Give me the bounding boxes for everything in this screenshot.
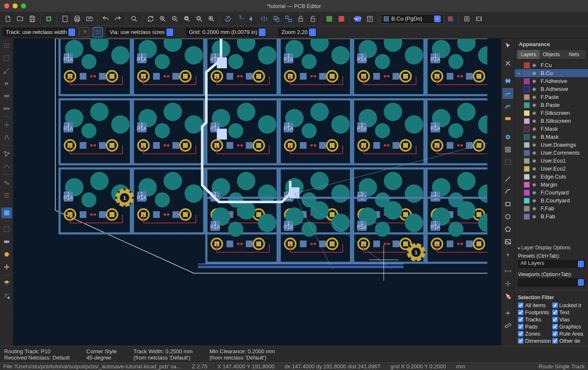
layers-manager-toggle[interactable] <box>1 278 12 289</box>
layer-row-margin[interactable]: ◉ Margin <box>515 181 588 189</box>
inspect-button[interactable] <box>364 13 375 24</box>
image-tool[interactable] <box>502 236 513 247</box>
zoom-selection-button[interactable] <box>194 13 205 24</box>
layer-row-f-cu[interactable]: ◉ F.Cu <box>515 61 588 69</box>
visibility-icon[interactable]: ◉ <box>532 118 538 124</box>
route-diff-tool[interactable] <box>502 101 513 111</box>
visibility-icon[interactable]: ◉ <box>532 214 538 219</box>
circle-tool[interactable] <box>502 211 513 222</box>
grid-select[interactable]: Grid: 0.2000 mm (0.0079 in) <box>186 28 267 37</box>
polar-toggle[interactable] <box>1 65 12 76</box>
filter-zones[interactable]: Zones <box>518 331 551 337</box>
page-settings-button[interactable] <box>60 13 70 24</box>
zoom-object-button[interactable] <box>206 13 217 24</box>
cursor-shape-toggle[interactable] <box>1 132 12 143</box>
schematic-button[interactable] <box>336 13 347 24</box>
zone-tool[interactable] <box>502 144 513 155</box>
close-window[interactable] <box>4 3 9 8</box>
drc-button[interactable]: NET <box>352 13 363 24</box>
grid-origin-tool[interactable] <box>502 308 513 318</box>
tune-length-tool[interactable] <box>502 113 513 124</box>
mirror-h-button[interactable] <box>247 13 258 24</box>
line-tool[interactable] <box>502 173 513 184</box>
unlock-button[interactable] <box>307 13 318 24</box>
active-layer-select[interactable]: B.Cu (PgDn) ▾ <box>381 14 444 24</box>
track-netclass-toggle[interactable] <box>93 27 103 37</box>
filter-checkbox[interactable] <box>552 338 558 344</box>
visibility-icon[interactable]: ◉ <box>532 182 538 187</box>
via-tool[interactable] <box>502 132 513 142</box>
maximize-window[interactable] <box>21 3 26 8</box>
plot-button[interactable] <box>84 13 95 24</box>
layer-row-user-eco1[interactable]: ◉ User.Eco1 <box>515 157 588 165</box>
visibility-icon[interactable]: ◉ <box>532 166 538 171</box>
layer-row-edge-cuts[interactable]: ◉ Edge.Cuts <box>515 173 588 181</box>
zone-display-toggle[interactable] <box>1 190 12 201</box>
rotate-ccw-button[interactable] <box>222 13 233 24</box>
visibility-icon[interactable]: ◉ <box>532 142 538 147</box>
layer-row-f-adhesive[interactable]: ◉ F.Adhesive <box>515 77 588 85</box>
cursor-toggle[interactable] <box>1 119 12 130</box>
filter-dimensions[interactable]: Dimensions <box>518 338 551 344</box>
visibility-icon[interactable]: ◉ <box>532 110 538 116</box>
rect-tool[interactable] <box>502 199 513 210</box>
dimension-tool[interactable] <box>502 266 513 277</box>
filter-text[interactable]: Text <box>552 309 585 316</box>
refresh-button[interactable] <box>145 13 156 24</box>
units-mm-toggle[interactable]: mm <box>1 103 12 114</box>
find-button[interactable] <box>129 13 140 24</box>
layer-color-swatch[interactable] <box>524 118 530 124</box>
visibility-icon[interactable]: ◉ <box>532 102 538 108</box>
presets-select[interactable]: All Layers <box>518 260 585 268</box>
layer-row-b-fab[interactable]: ◉ B.Fab <box>515 212 588 220</box>
layer-row-user-comments[interactable]: ◉ User.Comments <box>515 149 588 157</box>
layer-color-swatch[interactable] <box>524 102 530 108</box>
layer-color-swatch[interactable] <box>524 166 530 172</box>
board-setup-button[interactable] <box>43 13 54 24</box>
visibility-icon[interactable]: ◉ <box>532 158 538 163</box>
layer-color-swatch[interactable] <box>524 206 530 212</box>
ungroup-button[interactable] <box>283 13 294 24</box>
visibility-icon[interactable]: ◉ <box>532 174 538 179</box>
tab-nets[interactable]: Nets <box>563 50 585 59</box>
filter-graphics[interactable]: Graphics <box>552 323 585 330</box>
layer-row-f-fab[interactable]: ◉ F.Fab <box>515 204 588 212</box>
select-tool[interactable] <box>502 40 513 51</box>
high-contrast-toggle[interactable] <box>1 207 12 218</box>
visibility-icon[interactable]: ◉ <box>532 126 538 132</box>
layer-row-user-eco2[interactable]: ◉ User.Eco2 <box>515 165 588 173</box>
layer-color-swatch[interactable] <box>524 142 530 148</box>
track-width-select[interactable]: Track: use netclass width <box>3 28 76 37</box>
layer-row-b-cu[interactable]: ▸ ◉ B.Cu <box>515 69 588 77</box>
filter-checkbox[interactable] <box>518 303 523 308</box>
via-size-select[interactable]: Via: use netclass sizes <box>106 28 174 37</box>
plugin-button[interactable] <box>461 13 472 24</box>
filter-checkbox[interactable] <box>552 303 558 308</box>
layer-color-swatch[interactable] <box>524 78 530 84</box>
layers-list[interactable]: ◉ F.Cu▸ ◉ B.Cu ◉ F.Adhesive ◉ B.Adhesive… <box>515 60 588 243</box>
layer-color-swatch[interactable] <box>524 190 530 196</box>
zoom-fit-button[interactable] <box>182 13 193 24</box>
via-fill-toggle[interactable] <box>1 249 12 260</box>
layer-color-swatch[interactable] <box>524 86 530 92</box>
filter-checkbox[interactable] <box>518 331 523 336</box>
footprint-tool[interactable] <box>502 75 513 86</box>
visibility-icon[interactable]: ◉ <box>532 134 538 140</box>
layer-row-b-paste[interactable]: ◉ B.Paste <box>515 101 588 109</box>
layer-color-swatch[interactable] <box>524 174 530 180</box>
visibility-icon[interactable]: ◉ <box>532 86 538 92</box>
layer-color-swatch[interactable] <box>524 158 530 164</box>
visibility-icon[interactable]: ◉ <box>532 150 538 155</box>
rule-area-tool[interactable] <box>502 157 513 168</box>
track-auto-toggle[interactable] <box>79 27 89 37</box>
outline-mode-toggle[interactable] <box>1 177 12 188</box>
filter-tracks[interactable]: Tracks <box>518 316 551 323</box>
pad-fill-toggle[interactable] <box>1 236 12 247</box>
visibility-icon[interactable]: ◉ <box>532 94 538 100</box>
tab-objects[interactable]: Objects <box>540 50 562 59</box>
update-pcb-button[interactable] <box>324 13 335 24</box>
filter-checkbox[interactable] <box>518 324 523 329</box>
layer-color-swatch[interactable] <box>524 182 530 188</box>
pcb-canvas[interactable]: 1 P1A 1 <box>13 39 501 346</box>
layer-row-b-courtyard[interactable]: ◉ B.Courtyard <box>515 197 588 204</box>
